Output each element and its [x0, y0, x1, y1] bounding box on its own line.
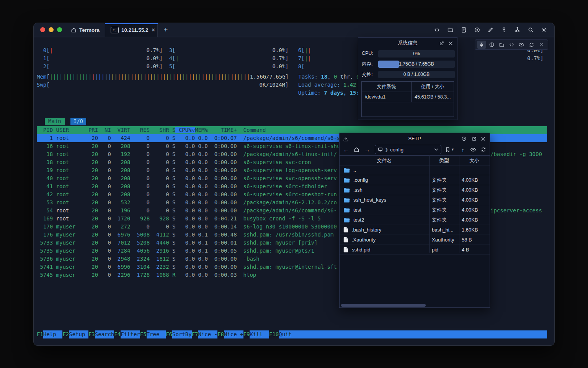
- meter-value: 0 B / 1.00GB: [378, 72, 455, 77]
- file-row[interactable]: ssh_host_keys文件夹4.00KB: [340, 195, 490, 205]
- fnkey-label[interactable]: Kill: [250, 330, 269, 338]
- app-home-button[interactable]: Termora: [71, 23, 100, 37]
- forward-icon[interactable]: →: [363, 145, 371, 154]
- file-type: 文件夹: [429, 217, 459, 223]
- meter-row: CPU:0%: [358, 50, 457, 58]
- fnkey-f6[interactable]: F6: [166, 330, 172, 338]
- file-row[interactable]: test2文件夹4.00KB: [340, 215, 490, 225]
- record-icon[interactable]: [472, 25, 482, 35]
- path-breadcrumb[interactable]: ❯ config: [375, 145, 441, 154]
- close-traffic-light[interactable]: [40, 27, 45, 32]
- open-in-window-icon[interactable]: [470, 135, 477, 142]
- fnkey-f10[interactable]: F10: [269, 330, 279, 338]
- chevron-down-icon[interactable]: [434, 148, 438, 151]
- folder-icon[interactable]: [445, 25, 455, 35]
- refresh-icon[interactable]: [479, 145, 488, 154]
- file-size: 4 B: [459, 247, 490, 253]
- open-in-window-icon[interactable]: [438, 40, 445, 47]
- upload-icon[interactable]: ↑: [459, 145, 467, 154]
- code-icon[interactable]: [507, 41, 516, 49]
- new-tab-button[interactable]: +: [161, 25, 171, 35]
- titlebar: Termora >_ 10.211.55.2 × +: [34, 23, 554, 37]
- fnkey-f1[interactable]: F1: [37, 330, 43, 338]
- info-icon[interactable]: [487, 41, 496, 49]
- eye-icon[interactable]: [517, 41, 526, 49]
- file-row[interactable]: sshd.pidpid4 B: [340, 245, 490, 255]
- fnbar-filler: [298, 330, 547, 338]
- tab-close-icon[interactable]: ×: [152, 27, 155, 33]
- breadcrumb-separator: ❯: [385, 147, 388, 152]
- file-type: 文件夹: [429, 197, 459, 204]
- fnkey-label[interactable]: Quit: [279, 330, 298, 338]
- file-type: Xauthority: [429, 237, 459, 243]
- edit-icon[interactable]: [485, 25, 495, 35]
- caret-down-icon[interactable]: ▼: [451, 148, 454, 151]
- fnkey-label[interactable]: Nice +: [224, 330, 243, 338]
- column-filename[interactable]: 文件名: [340, 156, 429, 166]
- file-row[interactable]: .XauthorityXauthority58 B: [340, 235, 490, 245]
- folder-icon: [343, 187, 350, 193]
- sync-icon[interactable]: [527, 41, 536, 49]
- home-icon[interactable]: [352, 145, 361, 154]
- key-icon[interactable]: [499, 25, 509, 35]
- fnkey-label[interactable]: Filter: [121, 330, 140, 338]
- tab-session[interactable]: >_ 10.211.55.2 ×: [105, 23, 158, 37]
- sftp-panel: SFTP ← → ❯ config ▼ ↑: [339, 133, 490, 308]
- keychain-icon[interactable]: [512, 25, 522, 35]
- minimize-traffic-light[interactable]: [49, 27, 54, 32]
- fnkey-label[interactable]: Setup: [69, 330, 88, 338]
- file-row[interactable]: .config文件夹4.00KB: [340, 175, 490, 185]
- close-icon[interactable]: [537, 41, 546, 49]
- help-icon[interactable]: [461, 135, 467, 142]
- search-icon[interactable]: [526, 25, 536, 35]
- htop-tab-main[interactable]: Main: [45, 118, 65, 125]
- fnkey-label[interactable]: Nice -: [198, 330, 217, 338]
- pin-icon[interactable]: [477, 41, 486, 49]
- column-size[interactable]: 大小: [459, 156, 490, 166]
- maximize-traffic-light[interactable]: [57, 27, 62, 32]
- folder-icon[interactable]: [497, 41, 506, 49]
- fnkey-f7[interactable]: F7: [192, 330, 198, 338]
- show-hidden-icon[interactable]: [469, 145, 477, 154]
- file-size: 58 B: [459, 237, 490, 243]
- system-info-panel: 系统信息 CPU:0%内存:1.75GB / 7.65GB交换:0 B / 1.…: [358, 37, 457, 120]
- close-icon[interactable]: [480, 135, 487, 142]
- fnkey-label[interactable]: SortBy: [172, 330, 192, 338]
- settings-icon[interactable]: [539, 25, 549, 35]
- column-type[interactable]: 类型: [429, 156, 459, 166]
- htop-tab-io[interactable]: I/O: [70, 118, 86, 125]
- back-icon[interactable]: ←: [342, 145, 350, 154]
- fnkey-f4[interactable]: F4: [114, 330, 121, 338]
- file-row[interactable]: .bash_historybash_hi...1.60KB: [340, 225, 490, 235]
- htop-tab-bar: MainI/O: [37, 118, 86, 125]
- file-list: ...config文件夹4.00KB.ssh文件夹4.00KBssh_host_…: [340, 165, 490, 255]
- fnkey-f3[interactable]: F3: [88, 330, 95, 338]
- fnkey-label[interactable]: Help: [43, 330, 63, 338]
- file-row[interactable]: test文件夹4.00KB: [340, 205, 490, 215]
- fs-usage: 45.61GB / 58.3...: [412, 92, 454, 102]
- fnkey-f5[interactable]: F5: [140, 330, 147, 338]
- fnkey-label[interactable]: Tree: [147, 330, 166, 338]
- htop-line: 0[| 0.7%] 3[ 0.0%] 6[|| 0.0%]: [37, 46, 547, 54]
- download-icon[interactable]: [342, 135, 349, 142]
- file-type: bash_hi...: [429, 227, 459, 233]
- horizontal-scrollbar[interactable]: [341, 304, 426, 307]
- fnkey-label[interactable]: Search: [95, 330, 114, 338]
- file-row[interactable]: .ssh文件夹4.00KB: [340, 185, 490, 195]
- file-row[interactable]: ..: [340, 165, 490, 175]
- fnkey-f8[interactable]: F8: [217, 330, 224, 338]
- close-icon[interactable]: [447, 40, 454, 47]
- home-icon: [71, 27, 77, 33]
- htop-line: Uptime: 7 days, 15:3: [37, 89, 547, 97]
- folder-icon: [343, 207, 350, 213]
- meter-bar: 0 B / 1.00GB: [378, 71, 455, 78]
- file-name: .config: [353, 177, 368, 183]
- fnkey-f2[interactable]: F2: [62, 330, 69, 338]
- log-icon[interactable]: [459, 25, 469, 35]
- bookmark-button[interactable]: ▼: [445, 145, 454, 154]
- htop-function-bar: F1Help F2Setup F3SearchF4FilterF5Tree F6…: [37, 330, 547, 338]
- table-row[interactable]: /dev/vda1 45.61GB / 58.3...: [362, 92, 454, 102]
- folder-icon: [343, 177, 350, 183]
- code-icon[interactable]: [432, 25, 442, 35]
- fnkey-f9[interactable]: F9: [243, 330, 250, 338]
